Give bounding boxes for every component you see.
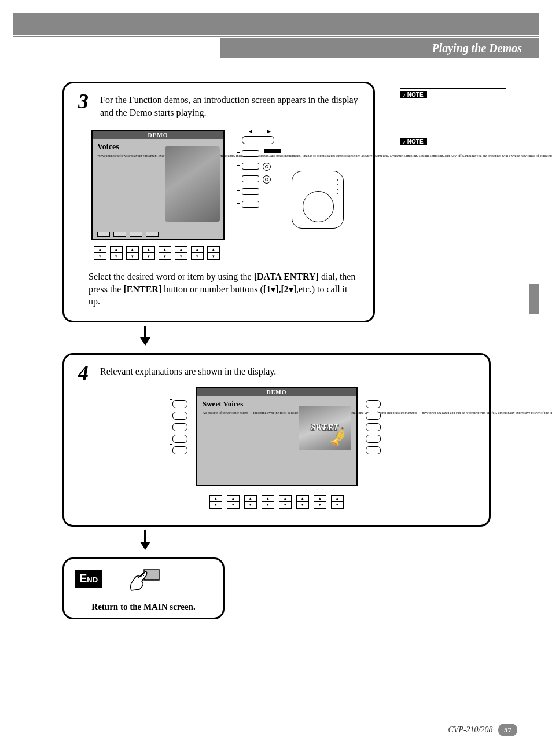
panel-controls: ◄ ► — [230, 130, 334, 240]
tick — [237, 165, 240, 166]
side-button — [366, 400, 381, 408]
footer: CVP-210/208 57 — [448, 724, 518, 736]
step-4-illustration: DEMO Sweet Voices All aspects of the aco… — [152, 387, 401, 509]
lcd-tab — [113, 232, 126, 237]
tick — [237, 178, 240, 178]
num-button: ▴▾ — [262, 495, 274, 509]
panel-button — [242, 136, 274, 144]
dots — [337, 179, 338, 194]
panel-button — [242, 175, 259, 182]
lcd-panel-4: DEMO Sweet Voices All aspects of the aco… — [196, 387, 358, 486]
side-button — [366, 423, 381, 431]
lcd-graphic — [165, 146, 220, 222]
lcd-title: DEMO — [93, 131, 223, 139]
lcd-tab — [97, 232, 110, 237]
number-button-row-4: ▴▾ ▴▾ ▴▾ ▴▾ ▴▾ ▴▾ ▴▾ ▴▾ — [152, 495, 401, 509]
hand-press-icon — [126, 567, 160, 594]
step-3-illustration: DEMO Voices We've included for your play… — [91, 130, 346, 260]
step-4-text: Relevant explanations are shown in the d… — [100, 365, 476, 378]
top-bar — [13, 13, 539, 34]
step-3-instruction: Select the desired word or item by using… — [89, 270, 360, 308]
target-icon — [263, 175, 271, 184]
step-3-number: 3 — [78, 89, 89, 113]
side-button — [172, 435, 187, 443]
right-side-buttons — [366, 400, 381, 454]
side-button — [366, 412, 381, 420]
lcd-title-4: DEMO — [197, 388, 356, 396]
note-label-1: ♪ NOTE — [400, 91, 427, 98]
panel-button — [242, 201, 259, 208]
end-box: END Return to the MAIN screen. — [62, 557, 225, 619]
note-label-2: ♪ NOTE — [400, 138, 427, 145]
side-button — [172, 400, 187, 408]
num-button: ▴▾ — [279, 495, 292, 509]
data-entry-panel — [292, 171, 344, 229]
num-button: ▴▾ — [94, 246, 106, 260]
left-side-buttons — [172, 400, 187, 454]
num-button: ▴▾ — [142, 246, 155, 260]
lcd-tabs — [97, 232, 159, 237]
model-label: CVP-210/208 — [448, 725, 493, 734]
num-button: ▴▾ — [209, 495, 222, 509]
target-icon — [263, 163, 271, 171]
left-arrow-icon: ◄ — [248, 128, 253, 134]
num-button: ▴▾ — [244, 495, 257, 509]
tick — [237, 203, 240, 204]
end-text: Return to the MAIN screen. — [75, 602, 212, 612]
number-button-row: ▴▾ ▴▾ ▴▾ ▴▾ ▴▾ ▴▾ ▴▾ ▴▾ — [94, 246, 346, 260]
side-button — [366, 435, 381, 443]
num-button: ▴▾ — [227, 495, 240, 509]
lcd-description: We've included for your playing enjoymen… — [97, 154, 161, 158]
num-button: ▴▾ — [314, 495, 326, 509]
num-button: ▴▾ — [191, 246, 204, 260]
lcd-tab — [146, 232, 159, 237]
step-3-text: For the Function demos, an introduction … — [100, 94, 360, 119]
slider-icon — [264, 149, 281, 153]
lcd-tab — [130, 232, 142, 237]
right-arrow-icon: ► — [266, 128, 272, 134]
header-rules — [13, 34, 539, 38]
num-button: ▴▾ — [331, 495, 344, 509]
num-button: ▴▾ — [110, 246, 123, 260]
panel-button — [242, 150, 259, 157]
lcd-description-4: All aspects of the acoustic sound — incl… — [203, 411, 289, 415]
side-button — [172, 423, 187, 431]
flow-arrow-icon — [139, 326, 552, 350]
thumb-tab — [529, 284, 539, 314]
num-button: ▴▾ — [126, 246, 139, 260]
step-3-box: 3 For the Function demos, an introductio… — [62, 82, 375, 322]
down-triangle-icon — [271, 288, 275, 292]
note-text-1 — [400, 100, 506, 130]
note-text-2 — [400, 147, 506, 222]
num-button: ▴▾ — [296, 495, 309, 509]
sweet-graphic: SWEET 🎺 — [299, 406, 351, 450]
data-entry-dial — [303, 191, 334, 222]
num-button: ▴▾ — [159, 246, 171, 260]
num-button: ▴▾ — [175, 246, 187, 260]
end-badge: END — [75, 570, 102, 588]
section-title: Playing the Demos — [220, 38, 539, 58]
step-4-box: 4 Relevant explanations are shown in the… — [62, 353, 491, 527]
side-button — [366, 446, 381, 454]
num-button: ▴▾ — [207, 246, 220, 260]
lcd-panel-3: DEMO Voices We've included for your play… — [91, 130, 225, 240]
panel-button — [242, 188, 259, 195]
panel-button — [242, 163, 259, 170]
tick — [237, 190, 240, 191]
flow-arrow-icon — [139, 530, 552, 554]
step-4-number: 4 — [78, 361, 89, 385]
tick — [237, 152, 240, 153]
side-button — [172, 446, 187, 454]
down-triangle-icon — [289, 288, 293, 292]
page-number: 57 — [498, 724, 517, 736]
side-button — [172, 412, 187, 420]
